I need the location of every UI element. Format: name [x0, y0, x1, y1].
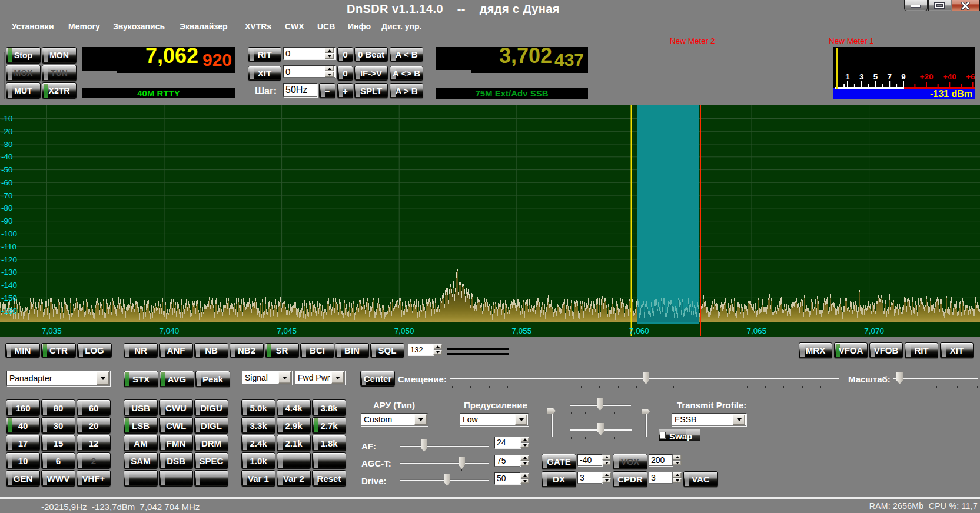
svg-text:7: 7 — [887, 72, 892, 81]
svg-text:3: 3 — [859, 72, 864, 81]
svg-text:7,060: 7,060 — [629, 327, 649, 335]
svg-text:7,050: 7,050 — [394, 327, 414, 335]
svg-text:-50: -50 — [1, 165, 13, 174]
svg-text:7,040: 7,040 — [160, 327, 180, 335]
svg-text:7,035: 7,035 — [42, 327, 62, 335]
svg-text:-160: -160 — [1, 307, 17, 315]
svg-text:-40: -40 — [1, 152, 13, 161]
svg-text:7,045: 7,045 — [277, 327, 297, 335]
svg-text:-130: -130 — [1, 268, 17, 277]
svg-text:-131 dBm: -131 dBm — [930, 89, 972, 99]
svg-text:-10: -10 — [1, 114, 13, 123]
svg-text:-70: -70 — [1, 191, 13, 200]
svg-text:-120: -120 — [1, 255, 17, 264]
svg-text:+60: +60 — [966, 72, 975, 81]
svg-text:7,065: 7,065 — [747, 327, 767, 335]
svg-text:5: 5 — [873, 72, 878, 81]
svg-text:7,055: 7,055 — [511, 327, 531, 335]
svg-text:+40: +40 — [943, 72, 956, 81]
svg-text:1: 1 — [845, 72, 850, 81]
svg-text:+20: +20 — [920, 72, 934, 81]
svg-text:-60: -60 — [1, 178, 13, 187]
svg-text:-90: -90 — [1, 216, 13, 225]
svg-text:9: 9 — [901, 72, 906, 81]
svg-text:-110: -110 — [1, 242, 16, 251]
svg-text:-80: -80 — [1, 204, 13, 212]
svg-text:-100: -100 — [1, 229, 17, 238]
svg-text:-150: -150 — [1, 294, 17, 302]
svg-text:-30: -30 — [1, 140, 13, 149]
svg-text:7,070: 7,070 — [864, 327, 884, 335]
svg-text:-140: -140 — [1, 281, 17, 289]
svg-text:-20: -20 — [1, 127, 13, 136]
